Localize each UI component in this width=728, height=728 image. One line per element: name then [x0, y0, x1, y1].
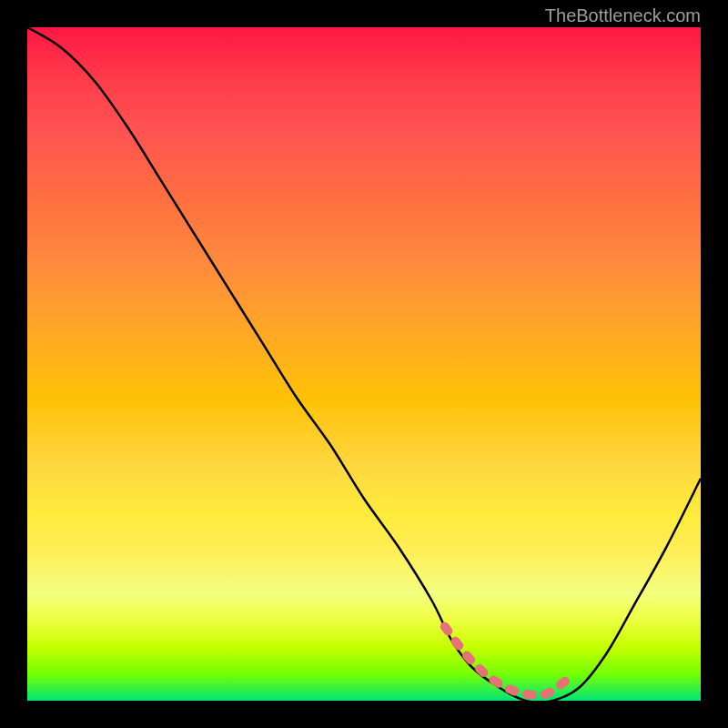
- chart-overlay: [27, 27, 701, 701]
- optimal-range-marker: [445, 627, 566, 695]
- bottleneck-curve: [27, 27, 701, 701]
- watermark-text: TheBottleneck.com: [545, 5, 701, 26]
